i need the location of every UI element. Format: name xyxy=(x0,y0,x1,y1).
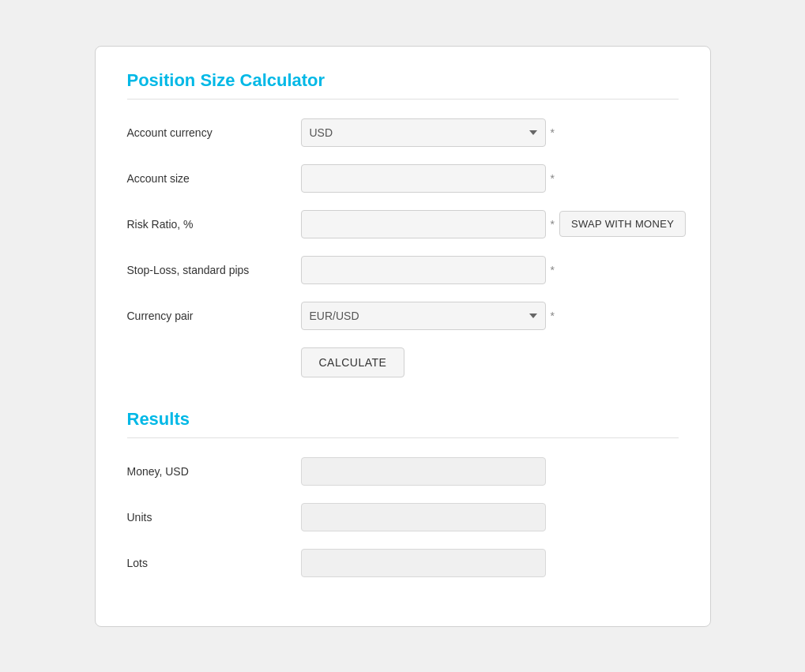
lots-label: Lots xyxy=(127,557,301,569)
stop-loss-row: Stop-Loss, standard pips * xyxy=(127,256,679,284)
stop-loss-label: Stop-Loss, standard pips xyxy=(127,264,301,276)
units-output xyxy=(301,503,546,531)
swap-with-money-button[interactable]: SWAP WITH MONEY xyxy=(559,211,686,237)
account-size-required: * xyxy=(551,172,555,185)
results-divider xyxy=(127,437,679,438)
title-divider xyxy=(127,99,679,99)
account-currency-select[interactable]: USD EUR GBP JPY CHF AUD CAD xyxy=(301,118,546,147)
risk-ratio-input[interactable] xyxy=(301,210,546,238)
risk-ratio-row: Risk Ratio, % * SWAP WITH MONEY xyxy=(127,210,679,238)
account-currency-label: Account currency xyxy=(127,126,301,139)
money-usd-control xyxy=(301,457,546,486)
account-currency-required: * xyxy=(551,126,555,139)
currency-pair-control: EUR/USD GBP/USD USD/JPY USD/CHF AUD/USD … xyxy=(301,302,555,330)
account-size-label: Account size xyxy=(127,172,301,185)
results-title: Results xyxy=(127,409,679,430)
currency-pair-label: Currency pair xyxy=(127,310,301,322)
calculate-button-row: CALCULATE xyxy=(127,347,679,385)
stop-loss-required: * xyxy=(551,264,555,276)
money-usd-label: Money, USD xyxy=(127,465,301,478)
account-currency-row: Account currency USD EUR GBP JPY CHF AUD… xyxy=(127,118,679,147)
account-size-row: Account size * xyxy=(127,164,679,193)
risk-ratio-label: Risk Ratio, % xyxy=(127,218,301,231)
calculator-card: Position Size Calculator Account currenc… xyxy=(95,46,711,627)
account-size-control: * xyxy=(301,164,555,193)
currency-pair-row: Currency pair EUR/USD GBP/USD USD/JPY US… xyxy=(127,302,679,330)
page-title: Position Size Calculator xyxy=(127,70,679,91)
risk-ratio-required: * xyxy=(551,218,555,231)
stop-loss-control: * xyxy=(301,256,555,284)
money-usd-row: Money, USD xyxy=(127,457,679,486)
results-section: Results Money, USD Units Lots xyxy=(127,409,679,577)
units-row: Units xyxy=(127,503,679,531)
lots-output xyxy=(301,549,546,577)
currency-pair-required: * xyxy=(551,310,555,322)
calculate-button[interactable]: CALCULATE xyxy=(301,347,405,377)
lots-control xyxy=(301,549,546,577)
currency-pair-select[interactable]: EUR/USD GBP/USD USD/JPY USD/CHF AUD/USD … xyxy=(301,302,546,330)
units-label: Units xyxy=(127,511,301,524)
account-currency-control: USD EUR GBP JPY CHF AUD CAD * xyxy=(301,118,555,147)
lots-row: Lots xyxy=(127,549,679,577)
risk-ratio-control: * SWAP WITH MONEY xyxy=(301,210,687,238)
money-usd-output xyxy=(301,457,546,486)
stop-loss-input[interactable] xyxy=(301,256,546,284)
units-control xyxy=(301,503,546,531)
account-size-input[interactable] xyxy=(301,164,546,193)
